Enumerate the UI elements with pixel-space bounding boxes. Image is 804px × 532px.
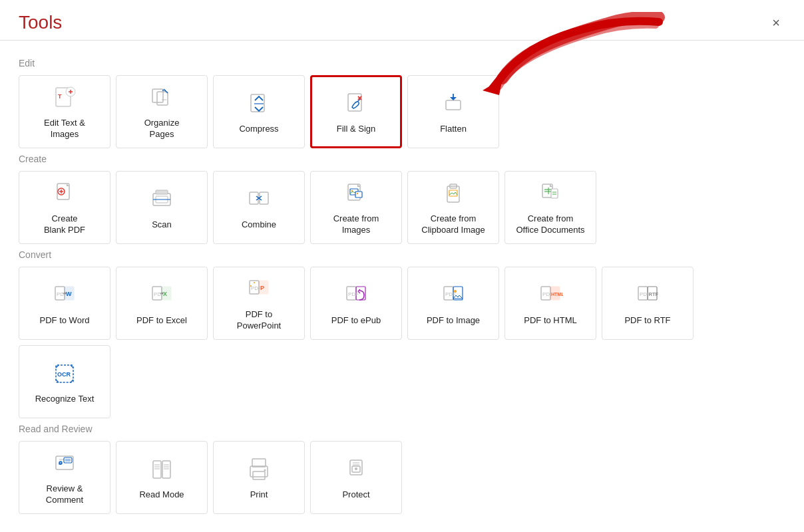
- content-area: Edit T Edit Text &Images: [0, 41, 804, 532]
- convert-tools-grid: W PDF PDF to Word X PDF: [19, 267, 785, 418]
- tool-label-organize-pages: OrganizePages: [144, 118, 180, 140]
- close-button[interactable]: ×: [767, 13, 785, 32]
- tool-label-pdf-to-powerpoint: PDF toPowerPoint: [237, 309, 281, 332]
- svg-text:OCR: OCR: [57, 371, 71, 378]
- svg-text:PDF: PDF: [154, 291, 164, 297]
- tool-fill-sign[interactable]: Fill & Sign: [310, 75, 402, 148]
- svg-text:a: a: [59, 460, 62, 466]
- tool-flatten[interactable]: Flatten: [407, 75, 499, 148]
- tool-label-pdf-to-image: PDF to Image: [427, 315, 480, 327]
- svg-rect-84: [153, 461, 161, 478]
- pdf-excel-icon: X PDF: [147, 281, 176, 310]
- office-docs-icon: [536, 179, 565, 208]
- ocr-icon: OCR: [50, 359, 79, 388]
- tool-create-from-clipboard[interactable]: Create fromClipboard Image: [407, 171, 499, 244]
- svg-rect-7: [157, 92, 168, 105]
- tool-label-create-from-images: Create fromImages: [333, 213, 379, 236]
- svg-rect-37: [551, 189, 558, 198]
- tool-organize-pages[interactable]: OrganizePages: [116, 75, 208, 148]
- tool-label-read-mode: Read Mode: [139, 489, 184, 501]
- pdf-ppt-icon: P PDF: [244, 275, 274, 304]
- tool-pdf-to-rtf[interactable]: RTF PDF PDF to RTF: [602, 267, 694, 340]
- clipboard-icon: [439, 179, 468, 208]
- svg-text:PDF: PDF: [348, 291, 359, 297]
- svg-rect-81: [64, 458, 72, 463]
- tool-scan[interactable]: Scan: [116, 171, 208, 244]
- tool-protect[interactable]: Protect: [310, 441, 402, 514]
- dialog-title: Tools: [19, 12, 62, 33]
- pdf-rtf-icon: RTF PDF: [633, 281, 662, 310]
- tool-label-create-from-clipboard: Create fromClipboard Image: [421, 213, 485, 236]
- tool-label-compress: Compress: [239, 124, 278, 135]
- svg-rect-11: [348, 94, 361, 111]
- svg-rect-21: [156, 190, 168, 194]
- tool-label-scan: Scan: [152, 219, 172, 231]
- tool-label-edit-text-images: Edit Text &Images: [44, 118, 85, 140]
- review-comment-icon: a: [50, 449, 79, 478]
- create-tools-grid: CreateBlank PDF Scan: [19, 171, 785, 244]
- tool-pdf-to-html[interactable]: HTML PDF PDF to HTML: [504, 267, 596, 340]
- svg-rect-94: [253, 471, 265, 479]
- svg-rect-14: [446, 100, 461, 110]
- svg-text:T: T: [58, 93, 62, 100]
- organize-pages-icon: [147, 83, 176, 112]
- section-label-create: Create: [19, 154, 785, 164]
- flatten-icon: [439, 89, 468, 118]
- section-label-edit: Edit: [19, 58, 785, 68]
- svg-point-29: [357, 193, 358, 194]
- tool-create-blank-pdf[interactable]: CreateBlank PDF: [19, 171, 110, 244]
- protect-icon: [341, 455, 371, 484]
- tool-label-fill-sign: Fill & Sign: [337, 124, 376, 135]
- svg-point-98: [355, 467, 357, 470]
- svg-text:PDF: PDF: [542, 291, 553, 297]
- tool-pdf-to-word[interactable]: W PDF PDF to Word: [19, 267, 110, 340]
- tool-label-flatten: Flatten: [440, 124, 467, 135]
- tool-edit-text-images[interactable]: T Edit Text &Images: [19, 75, 110, 148]
- svg-rect-24: [260, 192, 268, 204]
- tools-dialog: Tools × Edit T Edit Text &Images: [0, 0, 804, 532]
- tool-read-mode[interactable]: Read Mode: [116, 441, 208, 514]
- print-icon: [244, 455, 274, 484]
- tool-compress[interactable]: Compress: [213, 75, 305, 148]
- tool-combine[interactable]: Combine: [213, 171, 305, 244]
- tool-review-comment[interactable]: a Review &Comment: [19, 441, 110, 514]
- svg-text:PDF: PDF: [445, 291, 456, 297]
- read-mode-icon: [147, 455, 176, 484]
- tool-label-combine: Combine: [242, 219, 276, 231]
- tool-label-create-blank-pdf: CreateBlank PDF: [44, 213, 85, 236]
- section-label-convert: Convert: [19, 249, 785, 260]
- svg-text:PDF: PDF: [640, 291, 650, 297]
- tool-label-pdf-to-word: PDF to Word: [40, 315, 90, 327]
- svg-rect-85: [162, 461, 170, 478]
- tool-label-pdf-to-epub: PDF to ePub: [331, 315, 381, 327]
- tool-create-from-images[interactable]: Create fromImages: [310, 171, 402, 244]
- tool-pdf-to-epub[interactable]: PDF PDF to ePub: [310, 267, 402, 340]
- fill-sign-icon: [341, 89, 371, 118]
- scan-icon: [147, 185, 176, 214]
- tool-label-protect: Protect: [342, 489, 369, 501]
- pdf-image-icon: PDF: [439, 281, 468, 310]
- dialog-header: Tools ×: [0, 0, 804, 41]
- svg-point-95: [264, 469, 266, 471]
- tool-recognize-text[interactable]: OCR Recognize Text: [19, 345, 110, 418]
- tool-label-create-from-office: Create fromOffice Documents: [516, 213, 584, 236]
- tool-pdf-to-excel[interactable]: X PDF PDF to Excel: [116, 267, 208, 340]
- tool-print[interactable]: Print: [213, 441, 305, 514]
- pdf-word-icon: W PDF: [50, 281, 79, 310]
- tool-label-print: Print: [250, 489, 268, 501]
- tool-pdf-to-powerpoint[interactable]: P PDF PDF toPowerPoint: [213, 267, 305, 340]
- tool-label-review-comment: Review &Comment: [46, 483, 83, 506]
- compress-icon: [244, 89, 274, 118]
- tool-create-from-office[interactable]: Create fromOffice Documents: [504, 171, 596, 244]
- pdf-epub-icon: PDF: [341, 281, 371, 310]
- pdf-html-icon: HTML PDF: [536, 281, 565, 310]
- svg-rect-6: [152, 89, 163, 102]
- tool-pdf-to-image[interactable]: PDF PDF to Image: [407, 267, 499, 340]
- tool-label-recognize-text: Recognize Text: [35, 394, 95, 405]
- read-review-tools-grid: a Review &Comment: [19, 441, 785, 514]
- tool-label-pdf-to-html: PDF to HTML: [524, 315, 576, 327]
- create-from-images-icon: [341, 179, 371, 208]
- section-label-read-review: Read and Review: [19, 424, 785, 434]
- svg-text:PDF: PDF: [251, 285, 262, 291]
- svg-rect-23: [250, 192, 258, 204]
